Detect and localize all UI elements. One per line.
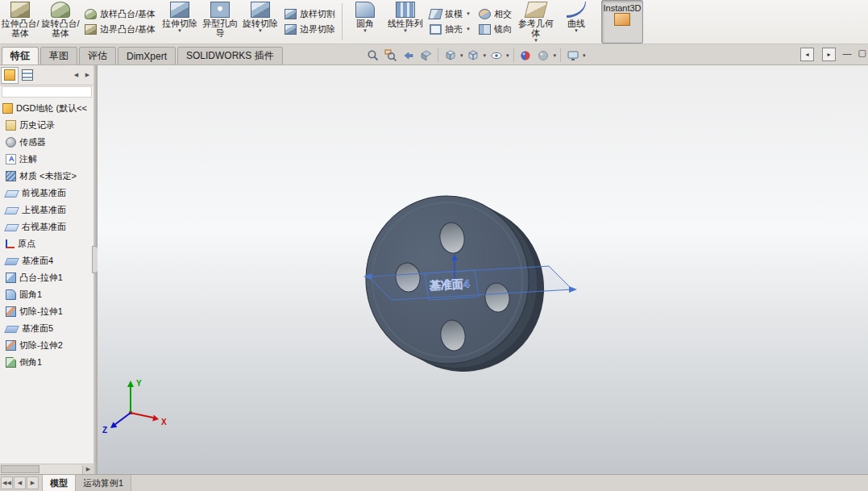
section-view-icon[interactable] xyxy=(417,47,434,64)
scrollbar-thumb[interactable] xyxy=(1,465,39,473)
tree-item-material[interactable]: 材质 <未指定> xyxy=(0,168,93,185)
pane-controls: ◂ ▸ xyxy=(800,48,836,61)
zoom-to-area-icon[interactable] xyxy=(382,47,399,64)
tab-evaluate[interactable]: 评估 xyxy=(79,47,116,64)
command-manager-tabbar: 特征 草图 评估 DimXpert SOLIDWORKS 插件 ▾ ▾ ▾ xyxy=(0,44,868,65)
collapse-pane-right-button[interactable]: ▸ xyxy=(822,48,836,61)
tree-item-origin[interactable]: 原点 xyxy=(0,235,93,252)
feature-tree-icon xyxy=(4,69,15,81)
dropdown-caret-icon[interactable]: ▾ xyxy=(554,52,557,59)
panel-tabs-left-arrow[interactable]: ◀ xyxy=(71,69,81,82)
extruded-boss-label: 拉伸凸台/基体 xyxy=(0,19,40,38)
plane-name-label: 基准面4 xyxy=(428,277,470,293)
extruded-boss-icon xyxy=(10,2,30,18)
intersect-button[interactable]: 相交 xyxy=(479,8,512,20)
tree-item-history[interactable]: 历史记录 xyxy=(0,117,93,134)
tree-root-part[interactable]: DGD地轮 (默认<< xyxy=(0,100,93,117)
tab-scroll-first-button[interactable]: ◀◀ xyxy=(1,476,13,489)
motion-study-tab[interactable]: 运动算例1 xyxy=(76,475,131,491)
sidebar-horizontal-scrollbar[interactable]: ▶ xyxy=(0,464,93,474)
tree-item-fillet1[interactable]: 圆角1 xyxy=(0,286,93,303)
tree-item-cut-extrude2[interactable]: 切除-拉伸2 xyxy=(0,337,93,354)
revolved-cut-button[interactable]: 旋转切除 ▼ xyxy=(240,0,280,44)
dropdown-caret-icon[interactable]: ▾ xyxy=(484,52,487,59)
apply-scene-icon[interactable] xyxy=(535,47,552,64)
tree-filter-field[interactable] xyxy=(2,86,92,98)
minimize-button[interactable]: — xyxy=(843,48,852,58)
boundary-boss-button[interactable]: 边界凸台/基体 xyxy=(85,23,156,35)
tab-features[interactable]: 特征 xyxy=(2,47,39,64)
draft-button[interactable]: 拔模 ▼ xyxy=(430,8,471,20)
display-style-icon[interactable] xyxy=(465,47,482,64)
hole-wizard-button[interactable]: 异型孔向导 xyxy=(200,0,240,44)
scrollbar-right-arrow[interactable]: ▶ xyxy=(82,465,93,474)
lofted-boss-button[interactable]: 放样凸台/基体 xyxy=(85,8,156,20)
tab-sketch[interactable]: 草图 xyxy=(40,47,77,64)
annotations-icon xyxy=(6,154,16,164)
panel-tab-strip: ◀ ▶ xyxy=(0,65,93,85)
instant3d-toggle[interactable]: Instant3D xyxy=(601,0,643,44)
dropdown-caret-icon: ▼ xyxy=(177,28,182,34)
edit-appearance-icon[interactable] xyxy=(517,47,534,64)
zoom-to-fit-icon[interactable] xyxy=(364,47,381,64)
fillet-icon xyxy=(6,289,16,300)
tab-dimxpert[interactable]: DimXpert xyxy=(118,47,176,64)
linear-pattern-button[interactable]: 线性阵列 ▼ xyxy=(385,0,426,44)
tree-item-chamfer1[interactable]: 倒角1 xyxy=(0,354,93,371)
heads-up-view-toolbar: ▾ ▾ ▾ ▾ ▾ xyxy=(364,46,587,64)
fillet-icon xyxy=(355,2,375,18)
dropdown-caret-icon[interactable]: ▾ xyxy=(506,52,509,59)
plane-icon xyxy=(4,224,19,231)
tree-item-cut-extrude1[interactable]: 切除-拉伸1 xyxy=(0,303,93,320)
model-tab[interactable]: 模型 xyxy=(42,475,76,491)
part-icon xyxy=(2,103,13,114)
revolved-cut-icon xyxy=(251,2,270,18)
tree-item-boss-extrude1[interactable]: 凸台-拉伸1 xyxy=(0,269,93,286)
hide-show-items-icon[interactable] xyxy=(488,47,505,64)
mirror-button[interactable]: 镜向 xyxy=(479,23,512,35)
panel-tabs-right-arrow[interactable]: ▶ xyxy=(82,69,93,82)
tree-item-plane5[interactable]: 基准面5 xyxy=(0,320,93,337)
curves-button[interactable]: 曲线 ▼ xyxy=(556,0,596,44)
tab-scroll-right-button[interactable]: ▶ xyxy=(27,476,39,489)
dropdown-caret-icon: ▼ xyxy=(466,27,471,32)
dropdown-caret-icon: ▼ xyxy=(403,28,408,34)
revolved-boss-label: 旋转凸台/基体 xyxy=(40,19,81,38)
previous-view-icon[interactable] xyxy=(400,47,417,64)
tree-item-sensors[interactable]: 传感器 xyxy=(0,134,93,151)
shell-button[interactable]: 抽壳 ▼ xyxy=(430,23,471,35)
feature-tree: DGD地轮 (默认<< 历史记录 传感器 注解 材质 <未指定> 前视基准面 上… xyxy=(0,98,93,371)
tree-item-plane4[interactable]: 基准面4 xyxy=(0,252,93,269)
tree-item-front-plane[interactable]: 前视基准面 xyxy=(0,185,93,202)
dropdown-caret-icon[interactable]: ▾ xyxy=(583,52,586,59)
tab-solidworks-addins[interactable]: SOLIDWORKS 插件 xyxy=(177,47,283,64)
feature-tree-tab[interactable] xyxy=(1,67,19,84)
view-settings-icon[interactable] xyxy=(564,47,581,64)
shell-icon xyxy=(430,24,442,35)
dropdown-caret-icon: ▼ xyxy=(258,28,263,34)
tree-item-right-plane[interactable]: 右视基准面 xyxy=(0,218,93,235)
reference-geometry-button[interactable]: 参考几何体 ▼ xyxy=(516,0,556,44)
property-manager-tab[interactable] xyxy=(19,67,36,84)
triad-x-label: X xyxy=(161,418,167,427)
study-tabs: 模型 运动算例1 xyxy=(42,475,131,491)
tab-scroll-left-button[interactable]: ◀ xyxy=(14,476,26,489)
dropdown-caret-icon[interactable]: ▾ xyxy=(460,52,463,59)
cut-extrude-icon xyxy=(6,306,16,317)
collapse-pane-left-button[interactable]: ◂ xyxy=(800,48,814,61)
boundary-cut-button[interactable]: 边界切除 xyxy=(284,23,335,35)
revolved-boss-button[interactable]: 旋转凸台/基体 xyxy=(40,0,81,44)
extruded-cut-button[interactable]: 拉伸切除 ▼ xyxy=(160,0,200,44)
tree-item-top-plane[interactable]: 上视基准面 xyxy=(0,202,93,218)
restore-button[interactable]: ▢ xyxy=(858,48,866,58)
mirror-icon xyxy=(479,24,491,35)
graphics-area[interactable]: 基准面4 Y X Z xyxy=(98,65,868,474)
viewport-canvas[interactable]: 基准面4 Y X Z xyxy=(98,65,868,474)
boundary-boss-icon xyxy=(85,24,97,35)
lofted-cut-button[interactable]: 放样切割 xyxy=(284,8,335,20)
dropdown-caret-icon: ▼ xyxy=(574,28,579,34)
view-orientation-icon[interactable] xyxy=(442,47,459,64)
tree-item-annotations[interactable]: 注解 xyxy=(0,151,93,168)
fillet-button[interactable]: 圆角 ▼ xyxy=(345,0,385,44)
extruded-boss-button[interactable]: 拉伸凸台/基体 xyxy=(0,0,40,44)
